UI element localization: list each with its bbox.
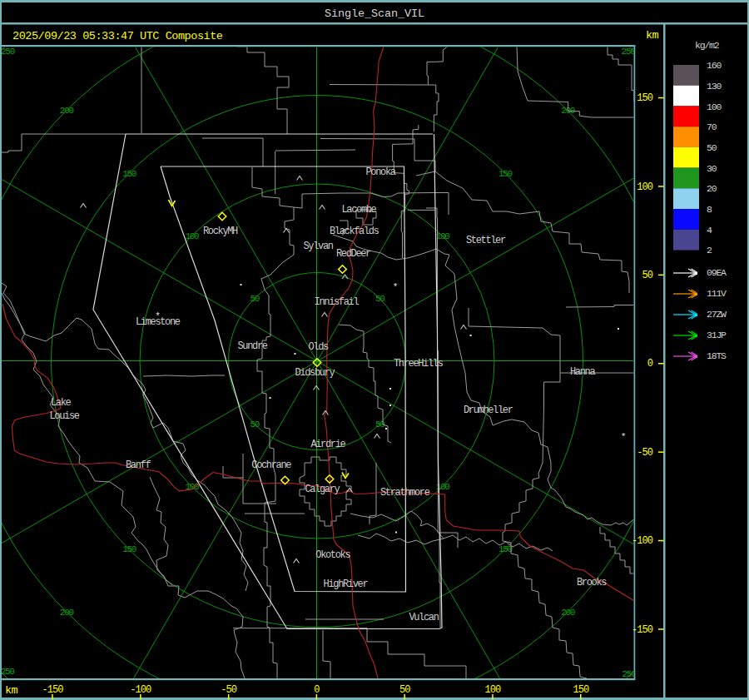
svg-text:-100: -100 (130, 684, 151, 696)
svg-text:150: 150 (122, 169, 136, 179)
svg-text:50: 50 (707, 142, 717, 153)
svg-text:ThreeHills: ThreeHills (394, 358, 444, 370)
svg-text:Calgary: Calgary (305, 484, 340, 495)
svg-text:150: 150 (637, 92, 653, 104)
svg-text:Stettler: Stettler (466, 235, 506, 246)
svg-text:-150: -150 (42, 684, 63, 696)
svg-text:*: * (621, 432, 627, 442)
svg-text:Vulcan: Vulcan (409, 612, 439, 623)
svg-text:200: 200 (60, 106, 74, 116)
svg-text:130: 130 (707, 81, 722, 92)
svg-text:Ponoka: Ponoka (366, 166, 396, 178)
svg-text:0: 0 (314, 684, 320, 696)
svg-text:100: 100 (707, 102, 722, 112)
svg-text:RedDeer: RedDeer (336, 248, 371, 260)
svg-text:Okotoks: Okotoks (315, 549, 350, 561)
svg-text:50: 50 (250, 294, 259, 304)
svg-text:200: 200 (60, 608, 74, 618)
svg-text:2025/09/23 05:33:47 UTC Compos: 2025/09/23 05:33:47 UTC Composite (12, 30, 223, 42)
svg-text:100: 100 (185, 231, 199, 241)
svg-text:Brooks: Brooks (577, 577, 607, 588)
svg-text:100: 100 (637, 181, 653, 193)
svg-text:Hanna: Hanna (570, 366, 595, 378)
svg-text:Sylvan: Sylvan (304, 241, 334, 252)
svg-text:-100: -100 (632, 535, 653, 547)
svg-text:150: 150 (499, 169, 513, 179)
svg-text:31JP: 31JP (707, 330, 727, 340)
svg-text:20: 20 (707, 183, 717, 194)
svg-text:kg/m2: kg/m2 (695, 40, 720, 51)
svg-text:150: 150 (573, 684, 589, 696)
svg-text:27ZW: 27ZW (707, 309, 727, 320)
svg-text:Lacombe: Lacombe (342, 204, 377, 216)
svg-text:50: 50 (375, 294, 384, 304)
svg-text:Drumheller: Drumheller (464, 405, 513, 416)
svg-text:-150: -150 (632, 624, 653, 636)
svg-text:Limestone: Limestone (136, 316, 181, 328)
svg-text:09EA: 09EA (707, 267, 727, 278)
svg-text:Cochrane: Cochrane (251, 459, 291, 471)
svg-text:0: 0 (647, 358, 653, 370)
svg-text:150: 150 (499, 544, 513, 554)
svg-text:200: 200 (561, 608, 575, 618)
svg-text:km: km (646, 29, 659, 42)
svg-text:km: km (5, 684, 18, 697)
svg-text:250: 250 (1, 667, 15, 677)
svg-text:Olds: Olds (309, 341, 330, 353)
svg-text:70: 70 (707, 122, 717, 132)
svg-text:18TS: 18TS (707, 350, 727, 361)
svg-text:Blackfalds: Blackfalds (330, 226, 379, 237)
svg-text:-50: -50 (637, 447, 653, 459)
svg-text:250: 250 (622, 47, 636, 57)
svg-text:Sundre: Sundre (238, 340, 268, 352)
svg-text:111V: 111V (707, 288, 727, 299)
svg-text:100: 100 (485, 684, 502, 696)
svg-text:Strathmore: Strathmore (380, 487, 430, 499)
svg-text:Airdrie: Airdrie (310, 439, 345, 450)
svg-text:Didsbury: Didsbury (295, 367, 335, 379)
svg-text:160: 160 (707, 60, 722, 71)
svg-text:RockyMH: RockyMH (203, 226, 238, 237)
svg-text:100: 100 (436, 231, 450, 241)
svg-text:HighRiver: HighRiver (324, 578, 369, 590)
svg-text:Single_Scan_VIL: Single_Scan_VIL (325, 7, 424, 20)
svg-text:50: 50 (642, 270, 652, 281)
svg-text:30: 30 (707, 163, 717, 174)
svg-text:50: 50 (399, 684, 410, 696)
svg-text:-50: -50 (221, 684, 237, 696)
svg-text:Innisfail: Innisfail (315, 296, 360, 308)
svg-text:Banff: Banff (126, 459, 151, 471)
svg-text:Lake: Lake (51, 397, 72, 409)
svg-text:250: 250 (1, 47, 15, 57)
svg-text:Louise: Louise (50, 410, 80, 422)
svg-text:150: 150 (122, 544, 136, 554)
svg-text:50: 50 (250, 420, 259, 429)
svg-text:*: * (393, 282, 399, 292)
